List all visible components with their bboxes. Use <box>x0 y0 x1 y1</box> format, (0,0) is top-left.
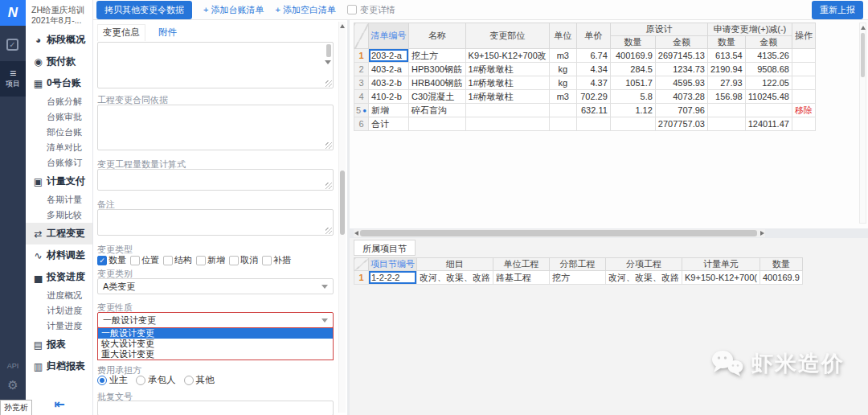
cell[interactable]: 632.11 <box>576 104 610 117</box>
cell[interactable]: 27.93 <box>707 76 745 90</box>
cell[interactable] <box>576 117 610 131</box>
cell[interactable]: HPB300钢筋 <box>409 63 466 76</box>
col-header-name[interactable]: 名称 <box>409 23 466 49</box>
cell[interactable]: kg <box>549 76 576 90</box>
sidebar-item-part-ledger[interactable]: 部位台账 <box>26 125 92 140</box>
collapse-sidebar-icon[interactable]: ⇤ <box>26 397 93 412</box>
sidebar-item-period-measurement[interactable]: 各期计量 <box>26 192 92 208</box>
cell[interactable]: 203-2-a <box>369 49 409 63</box>
scroll-right-icon[interactable] <box>760 231 764 236</box>
cell[interactable]: 702.29 <box>576 90 610 104</box>
cell[interactable]: 挖土方 <box>409 49 466 63</box>
col-header-subitem-project[interactable]: 分项工程 <box>606 258 682 271</box>
cell[interactable] <box>792 90 815 104</box>
cell[interactable]: 4.34 <box>576 63 610 76</box>
row-number[interactable]: 1 <box>354 271 369 285</box>
copy-change-data-button[interactable]: 拷贝其他变更令数据 <box>96 1 192 19</box>
sidebar-item-investment-progress[interactable]: ▅投资进度 <box>26 266 92 288</box>
row-number[interactable]: 3 <box>354 76 369 90</box>
sidebar-item-plan-progress[interactable]: 计划进度 <box>26 303 92 318</box>
scroll-left-icon[interactable] <box>354 231 358 236</box>
cell[interactable]: 1#桥墩墩柱 <box>465 90 549 104</box>
row-number[interactable]: 1 <box>354 49 369 63</box>
change-detail-checkbox[interactable]: 变更详情 <box>347 4 395 16</box>
table-vertical-scrollbar[interactable] <box>859 23 866 224</box>
cell[interactable]: m3 <box>549 90 576 104</box>
change-info-textarea[interactable] <box>97 42 334 88</box>
sidebar-item-measurement-payment[interactable]: ▣计量支付 <box>26 171 92 192</box>
rail-item-project[interactable]: ≡ 项目 <box>0 61 26 97</box>
col-header-unit-price[interactable]: 单价 <box>576 23 610 49</box>
cell[interactable]: 403-2-b <box>369 76 409 90</box>
row-number[interactable]: 6 <box>354 117 369 131</box>
cell[interactable]: 124011.47 <box>745 117 792 131</box>
cost-bearer-option[interactable]: 其他 <box>184 374 215 386</box>
sidebar-item-ledger-review[interactable]: 台账审批 <box>26 109 92 125</box>
resize-handle[interactable] <box>326 183 332 189</box>
sidebar-item-list-compare[interactable]: 清单对比 <box>26 140 92 155</box>
add-ledger-list-link[interactable]: + 添加台账清单 <box>203 4 264 16</box>
dropdown-option[interactable]: 较大设计变更 <box>98 339 333 349</box>
cell[interactable]: 1#桥墩墩柱 <box>465 76 549 90</box>
cell[interactable]: K9+150-K12+700改 <box>465 49 549 63</box>
cost-bearer-option[interactable]: 承包人 <box>136 374 176 386</box>
col-header-orig-amount[interactable]: 金额 <box>655 36 707 49</box>
change-nature-select[interactable]: 一般设计变更 <box>97 312 334 328</box>
col-header-req-amount[interactable]: 金额 <box>745 36 792 49</box>
cell[interactable]: 1-2-2-2 <box>369 271 417 285</box>
scrollbar-thumb[interactable] <box>340 171 345 235</box>
cell[interactable]: 110245.48 <box>745 90 792 104</box>
sidebar-item-ledger-breakdown[interactable]: 台账分解 <box>26 94 92 109</box>
col-header-measure-unit[interactable]: 计量单元 <box>682 258 760 271</box>
cell[interactable]: 2707757.03 <box>655 117 707 131</box>
cell[interactable]: 284.5 <box>610 63 655 76</box>
cell[interactable]: 移除 <box>792 104 815 117</box>
cell[interactable]: 2190.94 <box>707 63 745 76</box>
sidebar-item-ledger-revision[interactable]: 台账修订 <box>26 155 92 171</box>
row-number[interactable]: 5● <box>354 104 369 117</box>
scrollbar-thumb[interactable] <box>861 33 865 77</box>
cell[interactable]: 1#桥墩墩柱 <box>465 63 549 76</box>
cell[interactable]: 碎石盲沟 <box>409 104 466 117</box>
cell[interactable]: 4.37 <box>576 76 610 90</box>
sidebar-item-progress-overview[interactable]: 进度概况 <box>26 288 92 303</box>
cell[interactable]: 1234.73 <box>655 63 707 76</box>
cell[interactable]: 1.12 <box>610 104 655 117</box>
form-scrollbar[interactable] <box>338 22 346 413</box>
col-header-division-project[interactable]: 分部工程 <box>550 258 606 271</box>
cell[interactable]: m3 <box>549 49 576 63</box>
remark-textarea[interactable] <box>97 209 334 236</box>
cell[interactable]: 400169.9 <box>760 271 802 285</box>
tab-project-node[interactable]: 所属项目节 <box>354 240 416 256</box>
change-type-option[interactable]: 新增 <box>196 254 225 266</box>
cell[interactable]: 5.8 <box>610 90 655 104</box>
quantity-formula-textarea[interactable] <box>97 169 334 191</box>
approval-no-input[interactable] <box>97 401 334 415</box>
cell[interactable]: 2697145.13 <box>655 49 707 63</box>
cell[interactable]: 403-2-a <box>369 63 409 76</box>
cell[interactable]: 156.98 <box>707 90 745 104</box>
sidebar-item-reports[interactable]: ▤报表 <box>26 334 92 355</box>
cell[interactable]: 新增 <box>369 104 409 117</box>
sidebar-item-advance-payment[interactable]: ◉预付款 <box>26 51 92 72</box>
col-header-unit-project[interactable]: 单位工程 <box>493 258 550 271</box>
col-header-orig-qty[interactable]: 数量 <box>610 36 655 49</box>
cell[interactable]: 挖方 <box>550 271 606 285</box>
scroll-up-icon[interactable] <box>861 26 866 30</box>
cell[interactable]: 4135.26 <box>745 49 792 63</box>
resubmit-button[interactable]: 重新上报 <box>812 1 863 19</box>
cell[interactable] <box>792 63 815 76</box>
col-header-quantity[interactable]: 数量 <box>760 258 802 271</box>
sidebar-item-ledger-0[interactable]: ▦0号台账 <box>26 72 92 94</box>
remove-row-link[interactable]: 移除 <box>795 105 813 115</box>
col-header-list-code[interactable]: 清单编号 <box>369 23 409 49</box>
change-type-option[interactable]: 位置 <box>130 254 159 266</box>
cell[interactable] <box>792 117 815 131</box>
dropdown-option[interactable]: 重大设计变更 <box>98 349 333 360</box>
row-number[interactable]: 4 <box>354 90 369 104</box>
cell[interactable] <box>745 104 792 117</box>
cell[interactable]: 6.74 <box>576 49 610 63</box>
cell[interactable] <box>549 117 576 131</box>
cell[interactable]: 改河、改渠、改路 <box>606 271 682 285</box>
resize-handle[interactable] <box>326 142 332 149</box>
